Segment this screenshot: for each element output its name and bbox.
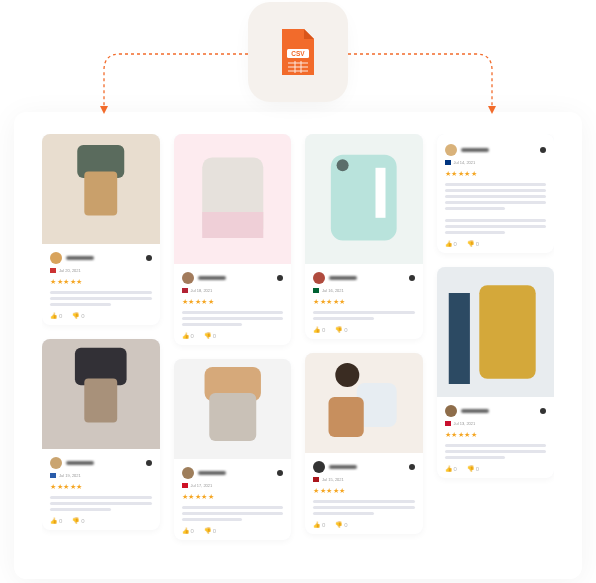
csv-file-icon: CSV [278, 27, 318, 77]
svg-point-16 [337, 159, 349, 171]
svg-text:CSV: CSV [291, 50, 305, 57]
star-rating: ★★★★★ [50, 483, 152, 491]
star-rating: ★★★★★ [313, 298, 415, 306]
reviewer-avatar [445, 144, 457, 156]
verified-icon [277, 470, 283, 476]
flag-icon [445, 160, 451, 165]
column: Jul 18, 2021 ★★★★★ 👍 0👎 0 Jul 17, 2021 ★… [174, 134, 292, 569]
product-thumb [42, 339, 160, 449]
review-card[interactable]: Jul 19, 2021 ★★★★★ 👍 0👎 0 [42, 339, 160, 530]
date: Jul 13, 2021 [454, 421, 476, 426]
like-button[interactable]: 👍 0 [182, 332, 194, 339]
column: Jul 20, 2021 ★★★★★ 👍 0👎 0 Jul 19, 2021 ★… [42, 134, 160, 569]
star-rating: ★★★★★ [50, 278, 152, 286]
dislike-button[interactable]: 👎 0 [335, 326, 347, 333]
dislike-button[interactable]: 👎 0 [72, 517, 84, 524]
reviewer-avatar [182, 467, 194, 479]
column: Jul 16, 2021 ★★★★★ 👍 0👎 0 Jul 15, 2021 ★… [305, 134, 423, 569]
svg-rect-22 [479, 285, 535, 379]
date: Jul 14, 2021 [454, 160, 476, 165]
verified-icon [146, 460, 152, 466]
svg-rect-21 [448, 293, 469, 384]
verified-icon [409, 275, 415, 281]
svg-rect-17 [376, 168, 386, 218]
flag-icon [445, 421, 451, 426]
svg-point-18 [335, 363, 359, 387]
flag-icon [313, 477, 319, 482]
reviewer-name [198, 276, 226, 280]
date: Jul 16, 2021 [322, 288, 344, 293]
date: Jul 18, 2021 [191, 288, 213, 293]
reviewer-avatar [50, 457, 62, 469]
review-card[interactable]: Jul 20, 2021 ★★★★★ 👍 0👎 0 [42, 134, 160, 325]
star-rating: ★★★★★ [445, 170, 547, 178]
review-card[interactable]: Jul 18, 2021 ★★★★★ 👍 0👎 0 [174, 134, 292, 345]
verified-icon [540, 147, 546, 153]
svg-rect-8 [84, 171, 117, 215]
reviewer-name [461, 148, 489, 152]
reviewer-avatar [313, 461, 325, 473]
column: Jul 14, 2021 ★★★★★ 👍 0👎 0 Jul 13, 2021 ★… [437, 134, 555, 569]
star-rating: ★★★★★ [182, 493, 284, 501]
product-thumb [174, 134, 292, 264]
reviewer-avatar [50, 252, 62, 264]
flag-icon [182, 288, 188, 293]
dislike-button[interactable]: 👎 0 [72, 312, 84, 319]
reviews-grid: Jul 20, 2021 ★★★★★ 👍 0👎 0 Jul 19, 2021 ★… [42, 134, 554, 569]
like-button[interactable]: 👍 0 [50, 312, 62, 319]
review-card[interactable]: Jul 13, 2021 ★★★★★ 👍 0👎 0 [437, 267, 555, 478]
dislike-button[interactable]: 👎 0 [335, 521, 347, 528]
like-button[interactable]: 👍 0 [313, 521, 325, 528]
verified-icon [146, 255, 152, 261]
svg-rect-12 [202, 212, 263, 238]
verified-icon [409, 464, 415, 470]
reviewer-name [66, 256, 94, 260]
like-button[interactable]: 👍 0 [313, 326, 325, 333]
product-thumb [174, 359, 292, 459]
review-card[interactable]: Jul 17, 2021 ★★★★★ 👍 0👎 0 [174, 359, 292, 540]
flag-icon [50, 473, 56, 478]
review-card[interactable]: Jul 15, 2021 ★★★★★ 👍 0👎 0 [305, 353, 423, 534]
dislike-button[interactable]: 👎 0 [204, 527, 216, 534]
product-thumb [305, 353, 423, 453]
star-rating: ★★★★★ [313, 487, 415, 495]
date: Jul 19, 2021 [59, 473, 81, 478]
like-button[interactable]: 👍 0 [445, 465, 457, 472]
date: Jul 20, 2021 [59, 268, 81, 273]
dislike-button[interactable]: 👎 0 [204, 332, 216, 339]
reviewer-avatar [182, 272, 194, 284]
svg-rect-14 [209, 393, 256, 441]
star-rating: ★★★★★ [182, 298, 284, 306]
dislike-button[interactable]: 👎 0 [467, 465, 479, 472]
like-button[interactable]: 👍 0 [445, 240, 457, 247]
product-thumb [437, 267, 555, 397]
svg-rect-10 [84, 379, 117, 423]
reviews-board: Jul 20, 2021 ★★★★★ 👍 0👎 0 Jul 19, 2021 ★… [14, 112, 582, 579]
like-button[interactable]: 👍 0 [182, 527, 194, 534]
reviewer-name [461, 409, 489, 413]
verified-icon [540, 408, 546, 414]
flag-icon [313, 288, 319, 293]
product-thumb [42, 134, 160, 244]
flag-icon [50, 268, 56, 273]
date: Jul 17, 2021 [191, 483, 213, 488]
flag-icon [182, 483, 188, 488]
reviewer-name [329, 276, 357, 280]
review-card[interactable]: Jul 16, 2021 ★★★★★ 👍 0👎 0 [305, 134, 423, 339]
reviewer-name [329, 465, 357, 469]
reviewer-avatar [445, 405, 457, 417]
review-card[interactable]: Jul 14, 2021 ★★★★★ 👍 0👎 0 [437, 134, 555, 253]
dislike-button[interactable]: 👎 0 [467, 240, 479, 247]
product-thumb [305, 134, 423, 264]
reviewer-name [198, 471, 226, 475]
star-rating: ★★★★★ [445, 431, 547, 439]
csv-source-badge: CSV [256, 10, 340, 94]
date: Jul 15, 2021 [322, 477, 344, 482]
like-button[interactable]: 👍 0 [50, 517, 62, 524]
svg-rect-20 [329, 397, 364, 437]
reviewer-avatar [313, 272, 325, 284]
reviewer-name [66, 461, 94, 465]
verified-icon [277, 275, 283, 281]
